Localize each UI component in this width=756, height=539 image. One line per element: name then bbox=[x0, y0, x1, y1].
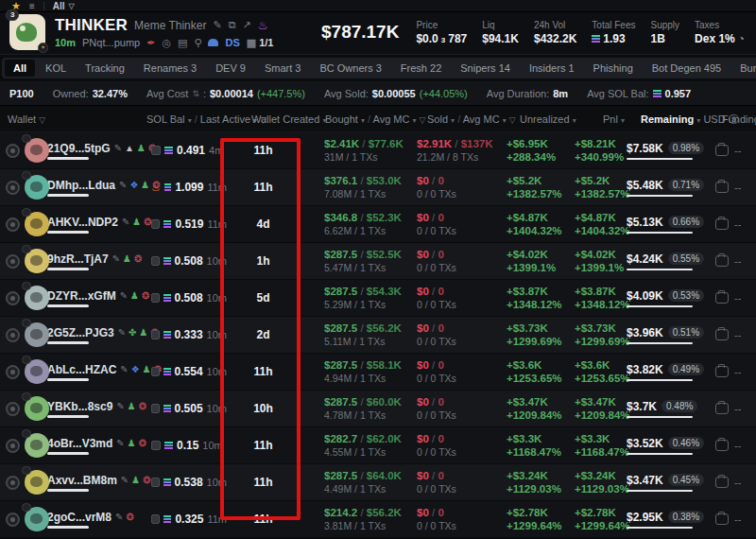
wallet-avatar[interactable] bbox=[25, 175, 49, 200]
token-avatar[interactable]: 3 ✦ bbox=[9, 14, 45, 50]
row-checkbox[interactable] bbox=[6, 328, 20, 342]
tab-tracking[interactable]: Tracking bbox=[77, 60, 133, 77]
person-icon[interactable]: ♟ bbox=[132, 217, 141, 227]
wallet-address[interactable]: YBKb...8sc9 bbox=[47, 400, 112, 413]
person-icon[interactable]: ♟ bbox=[139, 327, 147, 338]
person-icon[interactable]: ♟ bbox=[143, 364, 151, 374]
wallet-avatar[interactable] bbox=[25, 359, 49, 384]
chef-hat-icon[interactable] bbox=[208, 39, 218, 46]
wallet-avatar[interactable] bbox=[25, 286, 49, 310]
funding-wallet-icon[interactable] bbox=[715, 366, 729, 377]
wallet-avatar[interactable] bbox=[25, 138, 49, 163]
info-icon[interactable]: ◔ bbox=[738, 32, 745, 45]
funding-wallet-icon[interactable] bbox=[715, 292, 729, 304]
wallet-address[interactable]: 4oBr...V3md bbox=[47, 437, 112, 450]
tab-insiders-1[interactable]: Insiders 1 bbox=[521, 60, 583, 77]
pencil-icon[interactable]: ✎ bbox=[114, 143, 122, 153]
token-address[interactable]: PNqt...pump bbox=[82, 37, 140, 48]
pencil-icon[interactable]: ✎ bbox=[120, 290, 128, 301]
funding-wallet-icon[interactable] bbox=[715, 477, 729, 488]
filter-all-dropdown[interactable]: All ▽ bbox=[53, 1, 75, 11]
funding-wallet-icon[interactable] bbox=[715, 329, 729, 340]
row-checkbox[interactable] bbox=[6, 513, 20, 527]
tab-bc-owners-3[interactable]: BC Owners 3 bbox=[311, 60, 389, 77]
pencil-icon[interactable]: ✎ bbox=[122, 217, 129, 227]
ds-link[interactable]: DS bbox=[225, 37, 239, 48]
person-icon[interactable]: ♟ bbox=[131, 475, 140, 485]
col-sol-bal[interactable]: SOL Bal ▾ / Last Active ▾ ▽ bbox=[146, 106, 266, 134]
rosette-icon[interactable]: ❂ bbox=[142, 290, 149, 301]
col-pnl[interactable]: Pnl ▾ bbox=[603, 106, 625, 134]
pencil-icon[interactable]: ✎ bbox=[115, 512, 123, 522]
pencil-icon[interactable]: ✎ bbox=[112, 253, 120, 264]
note-icon[interactable]: ▤ bbox=[178, 37, 187, 49]
wallet-address[interactable]: DMhp...Ldua bbox=[47, 179, 115, 192]
row-checkbox[interactable] bbox=[6, 217, 20, 232]
wallet-avatar[interactable] bbox=[25, 470, 49, 495]
tab-bot-degen-495[interactable]: Bot Degen 495 bbox=[644, 60, 730, 77]
tab-all[interactable]: All bbox=[5, 60, 35, 77]
funding-wallet-icon[interactable] bbox=[715, 440, 729, 451]
sort-icon[interactable]: ⇅ bbox=[192, 89, 199, 98]
wallet-address[interactable]: AHKV...NDP2 bbox=[47, 216, 118, 229]
wallet-address[interactable]: 9hzR...TjA7 bbox=[47, 252, 109, 266]
row-checkbox[interactable] bbox=[6, 476, 20, 490]
funding-wallet-icon[interactable] bbox=[715, 218, 729, 230]
triangle-icon[interactable]: ▲ bbox=[125, 143, 134, 153]
clover-icon[interactable]: ✤ bbox=[129, 327, 136, 338]
pencil-icon[interactable]: ✎ bbox=[119, 180, 127, 190]
person-icon[interactable]: ♟ bbox=[128, 438, 136, 448]
record-icon[interactable]: ◎ bbox=[162, 37, 171, 49]
col-sold[interactable]: Sold ▾ / Avg MC ▾ ▽ bbox=[427, 106, 516, 134]
tab-dev-9[interactable]: DEV 9 bbox=[207, 60, 254, 77]
rosette-icon[interactable]: ❂ bbox=[139, 401, 146, 411]
list-icon[interactable]: ≡ bbox=[29, 1, 35, 11]
wallet-address[interactable]: 21Q9...5tpG bbox=[47, 142, 111, 155]
wallet-address[interactable]: DZYR...xGfM bbox=[47, 289, 116, 303]
wallet-address[interactable]: AbLc...HZAC bbox=[47, 363, 116, 376]
tab-kol[interactable]: KOL bbox=[37, 60, 75, 77]
wallet-address[interactable]: 2G5Z...PJG3 bbox=[47, 326, 114, 339]
person-icon[interactable]: ♟ bbox=[128, 401, 136, 411]
funding-wallet-icon[interactable] bbox=[715, 255, 729, 267]
pencil-icon[interactable]: ✎ bbox=[120, 364, 128, 374]
tab-snipers-14[interactable]: Snipers 14 bbox=[452, 60, 519, 77]
edit-icon[interactable]: ✎ bbox=[213, 19, 221, 31]
wallet-avatar[interactable] bbox=[25, 396, 49, 421]
shield-icon[interactable]: ❖ bbox=[129, 180, 138, 190]
wallet-avatar[interactable] bbox=[25, 433, 49, 458]
pencil-icon[interactable]: ✎ bbox=[116, 438, 124, 448]
wallet-address[interactable]: 2goC...vrM8 bbox=[47, 511, 112, 524]
copy-icon[interactable]: ⧉ bbox=[229, 19, 236, 31]
tab-smart-3[interactable]: Smart 3 bbox=[256, 60, 310, 77]
col-unrealized[interactable]: Unrealized ▾ bbox=[520, 106, 576, 134]
rosette-icon[interactable]: ❂ bbox=[134, 253, 142, 264]
row-checkbox[interactable] bbox=[6, 402, 20, 416]
col-bought[interactable]: Bought ▾ / Avg MC ▾ ▽ bbox=[325, 106, 426, 134]
tab-renames-3[interactable]: Renames 3 bbox=[135, 60, 205, 77]
row-checkbox[interactable] bbox=[6, 291, 20, 305]
row-checkbox[interactable] bbox=[6, 144, 20, 158]
funding-wallet-icon[interactable] bbox=[715, 182, 729, 193]
pencil-icon[interactable]: ✎ bbox=[121, 475, 129, 485]
share-icon[interactable]: ↗ bbox=[243, 19, 251, 31]
person-icon[interactable]: ♟ bbox=[141, 180, 149, 190]
row-checkbox[interactable] bbox=[6, 181, 20, 195]
tab-bundler-573[interactable]: Bundler 573 bbox=[731, 60, 756, 77]
wallet-address[interactable]: Axvv...BM8m bbox=[47, 474, 117, 487]
person-icon[interactable]: ♟ bbox=[137, 143, 146, 153]
pencil-icon[interactable]: ✎ bbox=[116, 401, 124, 411]
person-icon[interactable]: ♟ bbox=[130, 290, 139, 301]
search-icon[interactable]: ⚲ bbox=[194, 37, 201, 49]
wallet-avatar[interactable] bbox=[25, 212, 49, 236]
funding-wallet-icon[interactable] bbox=[715, 513, 729, 525]
tab-phishing[interactable]: Phishing bbox=[585, 60, 642, 77]
shield-icon[interactable]: ❖ bbox=[131, 364, 140, 374]
col-funding[interactable]: Funding/TF bbox=[722, 106, 756, 132]
funding-wallet-icon[interactable] bbox=[715, 403, 729, 414]
wallet-avatar[interactable] bbox=[25, 507, 49, 531]
rosette-icon[interactable]: ❂ bbox=[143, 475, 150, 485]
wallet-avatar[interactable] bbox=[25, 249, 49, 273]
row-checkbox[interactable] bbox=[6, 365, 20, 379]
wallet-avatar[interactable] bbox=[25, 322, 49, 347]
